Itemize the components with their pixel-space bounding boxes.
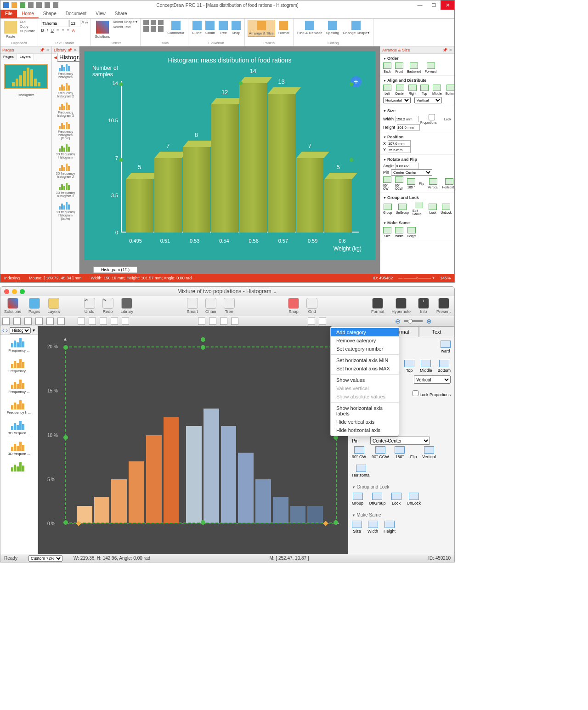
text-tool-icon[interactable]	[13, 318, 21, 325]
align-bottom[interactable]: Bottom	[437, 360, 451, 373]
minimize-button[interactable]	[12, 289, 17, 294]
chart-histogram[interactable]: Histogram: mass distribution of food rat…	[84, 51, 375, 260]
undo-icon[interactable]	[11, 2, 17, 8]
align-left-icon[interactable]: ≡	[57, 28, 59, 33]
chart-bar[interactable]: 5	[324, 179, 352, 233]
library-item[interactable]: 3D frequency histogram (table)	[52, 199, 79, 222]
library-item[interactable]: 3D frequency histogram 2	[52, 161, 79, 180]
chain-button[interactable]: Chain	[205, 298, 216, 314]
pages-button[interactable]: Pages	[28, 298, 40, 314]
align-middle[interactable]: Middle	[420, 360, 432, 373]
clone-button[interactable]: Clone	[191, 20, 203, 36]
library-item[interactable]: 3D frequency histogram 3	[52, 180, 79, 199]
back-button[interactable]: Back	[383, 62, 391, 73]
solutions-button[interactable]: Solutions	[94, 20, 111, 40]
front-button[interactable]: Front	[395, 62, 403, 73]
align-top[interactable]: Top	[404, 360, 414, 373]
duplicate-button[interactable]: Duplicate	[20, 29, 35, 33]
underline-button[interactable]: U	[51, 28, 54, 33]
selection-handle[interactable]	[350, 82, 353, 86]
menu-show-values[interactable]: Show values	[331, 376, 399, 384]
menu-remove-category[interactable]: Remove category	[331, 336, 399, 345]
zoom-out-icon[interactable]: ⊖	[395, 318, 401, 325]
same-header[interactable]: Make Same	[383, 220, 452, 226]
pin-select[interactable]: Center-Center	[391, 169, 432, 176]
align-center-icon[interactable]: ≡	[62, 28, 64, 33]
same-width[interactable]: Width	[368, 521, 378, 534]
paste-button[interactable]: Paste	[3, 20, 18, 40]
flip-h[interactable]: Horizontal	[352, 465, 371, 477]
tree-button[interactable]: Tree	[218, 20, 229, 36]
zoom-button[interactable]	[20, 289, 25, 294]
chart-bar[interactable]: 7	[154, 158, 182, 233]
rotation-handle[interactable]	[201, 337, 205, 342]
align-right[interactable]: Right	[408, 85, 417, 95]
rotate-180[interactable]: 180°	[395, 446, 405, 459]
selection-handle[interactable]	[201, 520, 205, 525]
zoom-in-icon[interactable]: ⊕	[426, 318, 432, 325]
qat-icon[interactable]	[53, 2, 58, 8]
rect-tool-icon[interactable]	[143, 26, 149, 32]
unlock-button[interactable]: UnLock	[407, 493, 421, 506]
flip-v[interactable]: Vertical	[422, 446, 436, 459]
close-button[interactable]: ✕	[441, 0, 454, 10]
y-input[interactable]	[388, 147, 411, 153]
connector-tool-icon[interactable]	[24, 318, 32, 325]
unlock-button[interactable]: UnLock	[441, 204, 452, 214]
draw-tool-icon[interactable]	[78, 318, 85, 325]
canvas[interactable]: Histogram: mass distribution of food rat…	[79, 46, 380, 274]
selection-handle[interactable]	[201, 345, 205, 350]
chart-bar[interactable]: 7	[296, 158, 324, 233]
grid-button[interactable]: Grid	[306, 298, 317, 314]
font-select[interactable]	[41, 20, 68, 27]
format-panel-toggle[interactable]: Format	[277, 20, 290, 36]
align-right-icon[interactable]: ≡	[67, 28, 69, 33]
align-left[interactable]: Left	[383, 85, 391, 95]
same-height[interactable]: Height	[384, 521, 396, 534]
align-top[interactable]: Top	[420, 85, 429, 95]
group-icon[interactable]	[220, 318, 227, 325]
tab-shape[interactable]: Shape	[39, 10, 61, 18]
selection-handle[interactable]	[119, 82, 123, 86]
bold-button[interactable]: B	[41, 28, 44, 33]
redo-icon[interactable]	[20, 2, 25, 8]
same-height[interactable]: Height	[407, 227, 416, 238]
forward-button[interactable]: Forward	[425, 62, 437, 73]
library-toggle[interactable]: Library	[121, 298, 134, 314]
lib-fwd[interactable]: ›	[6, 327, 8, 334]
eraser-tool-icon[interactable]	[111, 318, 118, 325]
change-shape-button[interactable]: Change Shape▾	[342, 20, 370, 36]
ungroup-icon[interactable]	[231, 318, 238, 325]
line-tool-icon[interactable]	[57, 318, 65, 325]
library-item[interactable]: Frequency histogram	[52, 61, 79, 80]
lock-button[interactable]: Lock	[391, 493, 401, 506]
library-item[interactable]: Frequency histogram 3	[52, 100, 79, 119]
order-header[interactable]: Order	[383, 55, 452, 62]
selection-handle[interactable]	[239, 81, 243, 85]
font-color-icon[interactable]: A	[72, 28, 75, 33]
zoom-level[interactable]: 145%	[440, 276, 451, 280]
ungroup-button[interactable]: UnGroup	[369, 493, 386, 506]
library-item[interactable]: 3D frequen ...	[0, 438, 38, 459]
redo-button[interactable]: ↷Redo	[102, 298, 113, 314]
tab-view[interactable]: View	[91, 10, 110, 18]
snap-button[interactable]: Snap	[231, 20, 242, 36]
ellipse-tool-icon[interactable]	[46, 318, 54, 325]
snap-button[interactable]: Snap	[288, 298, 299, 314]
group-header[interactable]: Group and Lock	[383, 194, 452, 201]
chart-bar[interactable]: 12	[211, 104, 238, 233]
align-center[interactable]: Center	[395, 85, 405, 95]
align-header[interactable]: Align and Distribute	[383, 77, 452, 84]
tab-document[interactable]: Document	[61, 10, 91, 18]
rotate-cw[interactable]: 90° CW	[383, 176, 391, 190]
forward-button[interactable]: ward	[441, 341, 451, 353]
library-item[interactable]: 3D frequen ...	[0, 417, 38, 438]
distribute-horiz[interactable]: Horizontal	[383, 97, 411, 103]
tab-file[interactable]: File	[0, 10, 17, 18]
lock-prop[interactable]	[420, 114, 443, 120]
arrange-panel-toggle[interactable]: Arrange & Size	[248, 20, 275, 37]
selection-handle[interactable]	[63, 345, 68, 350]
group-button[interactable]: Group	[352, 493, 363, 506]
present-button[interactable]: Present	[436, 298, 451, 314]
menu-hide-haxis[interactable]: Hide horizontal axis	[331, 426, 399, 434]
